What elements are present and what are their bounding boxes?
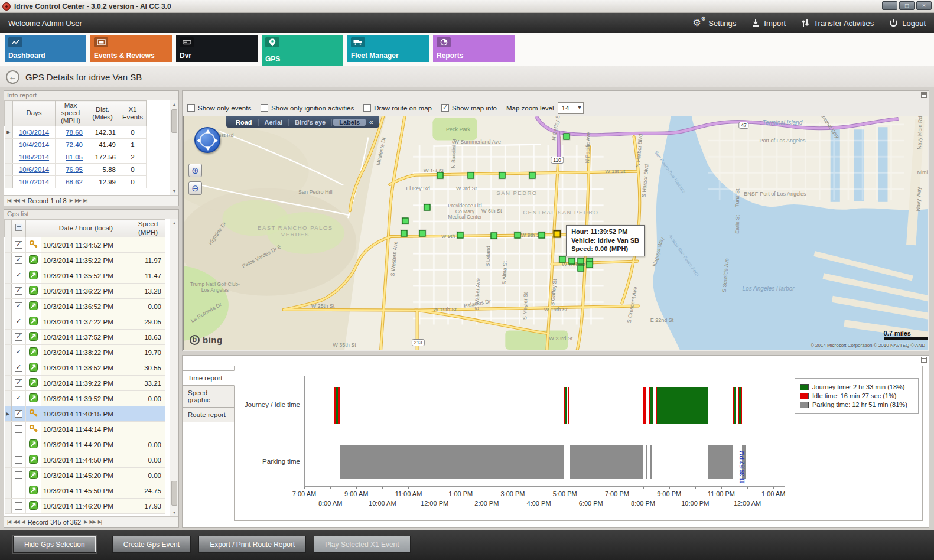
gps-marker[interactable] (491, 233, 497, 239)
col-max-speed[interactable]: Max speed (MPH) (56, 101, 86, 126)
row-checkbox[interactable] (15, 302, 22, 310)
row-checkbox[interactable] (15, 241, 22, 249)
checkbox-icon[interactable] (187, 104, 195, 112)
pager-last-button[interactable]: ▶| (83, 198, 87, 203)
map-compass-control[interactable] (194, 127, 220, 153)
row-checkbox[interactable] (15, 471, 22, 479)
pager-prev-button[interactable]: ◀ (22, 198, 25, 203)
export-print-route-report-button[interactable]: Export / Print Route Report (198, 536, 306, 553)
max-speed-link[interactable]: 78.68 (66, 129, 83, 136)
selected-gps-marker[interactable] (554, 230, 561, 238)
gps-marker[interactable] (499, 172, 505, 178)
pager-last-button[interactable]: ▶| (98, 519, 102, 525)
info-date-link[interactable]: 10/6/2014 (19, 166, 49, 173)
gps-marker[interactable] (515, 232, 521, 239)
gps-row[interactable]: 10/3/2014 11:34:52 PM (5, 237, 165, 253)
scroll-up-icon[interactable]: ▲ (170, 100, 178, 108)
gps-row[interactable]: 10/3/2014 11:35:22 PM11.97 (5, 253, 165, 268)
max-speed-link[interactable]: 76.95 (66, 166, 83, 173)
tab-dvr[interactable]: Dvr (176, 35, 258, 62)
pager-prev-button[interactable]: ◀ (22, 519, 25, 525)
gps-row[interactable]: 10/3/2014 11:44:20 PM0.00 (5, 437, 165, 452)
col-x1-events[interactable]: X1 Events (119, 101, 147, 126)
row-checkbox[interactable] (15, 349, 22, 356)
import-button[interactable]: Import (751, 19, 786, 28)
map-canvas[interactable]: Road Aerial Bird's eye Labels « ⊕ ⊖ Hour… (183, 116, 928, 350)
map-style-labels[interactable]: Labels (333, 119, 366, 126)
gps-row[interactable]: 10/3/2014 11:39:52 PM0.00 (5, 391, 165, 406)
map-option-show-map-info[interactable]: Show map info (441, 104, 497, 112)
gps-row[interactable]: 10/3/2014 11:45:20 PM0.00 (5, 468, 165, 483)
row-checkbox[interactable] (15, 441, 22, 448)
map-style-birds-eye[interactable]: Bird's eye (289, 119, 332, 126)
pager-first-button[interactable]: |◀ (7, 198, 11, 203)
row-checkbox[interactable] (15, 287, 22, 295)
gps-marker[interactable] (578, 265, 584, 271)
map-style-road[interactable]: Road (230, 119, 259, 126)
gps-marker[interactable] (457, 232, 464, 239)
row-checkbox[interactable] (15, 333, 22, 341)
row-checkbox[interactable] (15, 364, 22, 372)
map-zoom-out-button[interactable]: ⊖ (188, 181, 202, 195)
gps-row[interactable]: 10/3/2014 11:45:50 PM24.75 (5, 483, 165, 499)
gps-marker[interactable] (402, 218, 409, 224)
gps-row[interactable]: 10/3/2014 11:44:50 PM0.00 (5, 452, 165, 468)
gps-row[interactable]: 10/3/2014 11:37:52 PM18.63 (5, 330, 165, 345)
gps-row[interactable]: 10/3/2014 11:36:22 PM13.28 (5, 284, 165, 299)
tab-dashboard[interactable]: Dashboard (5, 35, 86, 62)
gps-marker[interactable] (559, 256, 565, 262)
max-speed-link[interactable]: 81.05 (66, 154, 83, 161)
pager-next-button[interactable]: ▶ (70, 198, 73, 203)
hide-gps-selection-button[interactable]: Hide Gps Selection (13, 536, 96, 553)
tab-speed-graphic[interactable]: Speed graphic (183, 386, 235, 408)
info-date-link[interactable]: 10/3/2014 (19, 129, 49, 136)
settings-button[interactable]: ⚙ ⚙ Settings (692, 18, 736, 28)
gps-row[interactable]: 10/3/2014 11:35:52 PM11.47 (5, 268, 165, 284)
select-all-header[interactable] (12, 220, 26, 237)
gps-marker[interactable] (587, 262, 593, 268)
gps-row[interactable]: ▶10/3/2014 11:40:15 PM (5, 406, 165, 422)
pager-next-button[interactable]: ▶ (84, 519, 87, 525)
max-speed-link[interactable]: 72.40 (66, 141, 83, 148)
close-button[interactable]: × (916, 1, 932, 10)
info-date-link[interactable]: 10/5/2014 (19, 154, 49, 161)
pager-first-button[interactable]: |◀ (7, 519, 11, 525)
row-checkbox[interactable] (15, 487, 22, 494)
info-report-row[interactable]: 10/4/201472.4041.491 (5, 138, 147, 151)
col-dist[interactable]: Dist. (Miles) (86, 101, 119, 126)
gps-marker[interactable] (419, 230, 426, 236)
info-report-row[interactable]: 10/7/201468.6212.990 (5, 175, 147, 188)
back-button[interactable]: ← (6, 70, 19, 84)
gps-row[interactable]: 10/3/2014 11:37:22 PM29.05 (5, 314, 165, 330)
max-speed-link[interactable]: 68.62 (66, 178, 83, 185)
col-date-hour[interactable]: Date / hour (local) (41, 220, 131, 237)
row-checkbox[interactable] (15, 456, 22, 464)
checkbox-icon[interactable] (261, 104, 268, 112)
info-report-row[interactable]: ▶10/3/201478.68142.310 (5, 126, 147, 138)
map-option-draw-route-on-map[interactable]: Draw route on map (363, 104, 432, 112)
col-speed[interactable]: Speed (MPH) (131, 220, 165, 237)
tab-reports[interactable]: Reports (433, 35, 515, 62)
time-report-expand-icon[interactable] (921, 357, 927, 363)
logout-button[interactable]: Logout (889, 19, 926, 28)
select-all-icon[interactable] (15, 224, 22, 231)
col-days[interactable]: Days (13, 101, 56, 126)
tab-time-report[interactable]: Time report (183, 370, 235, 386)
gps-marker[interactable] (538, 232, 545, 239)
row-checkbox[interactable] (15, 379, 22, 387)
row-checkbox[interactable] (15, 395, 22, 402)
map-option-show-only-ignition-activities[interactable]: Show only ignition activities (261, 104, 354, 112)
gps-row[interactable]: 10/3/2014 11:44:14 PM (5, 422, 165, 437)
gps-row[interactable]: 10/3/2014 11:46:20 PM17.93 (5, 499, 165, 514)
tab-events-reviews[interactable]: Events & Reviews (90, 35, 172, 62)
collapse-stylebar-icon[interactable]: « (367, 118, 376, 126)
row-checkbox[interactable] (15, 272, 22, 279)
minimize-button[interactable]: – (882, 1, 897, 10)
gps-row[interactable]: 10/3/2014 11:38:22 PM19.70 (5, 345, 165, 360)
transfer-activities-button[interactable]: Transfer Activities (801, 19, 874, 28)
info-date-link[interactable]: 10/7/2014 (19, 178, 49, 185)
gps-marker[interactable] (401, 230, 407, 237)
map-zoom-level-select[interactable]: 14 (558, 102, 584, 114)
checkbox-icon[interactable] (441, 104, 449, 112)
scroll-down-icon[interactable]: ▼ (170, 187, 178, 195)
